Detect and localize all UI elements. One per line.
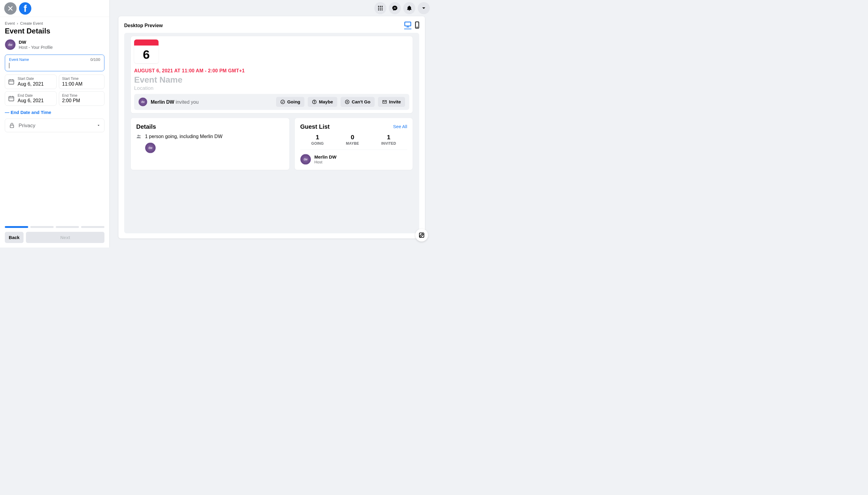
stat-maybe: 0 MAYBE	[346, 134, 359, 146]
invite-suffix: invited you	[174, 99, 198, 105]
host-name: DW	[19, 39, 53, 45]
privacy-select[interactable]: Privacy	[5, 119, 105, 132]
end-date-time-toggle[interactable]: — End Date and Time	[5, 108, 105, 119]
guest-list-title: Guest List	[300, 123, 330, 130]
svg-point-17	[378, 9, 379, 11]
edit-icon	[419, 232, 425, 238]
svg-rect-32	[419, 233, 424, 238]
rsvp-cant-go-button[interactable]: Can't Go	[341, 97, 375, 107]
preview-area: Desktop Preview 6 AUGUST 6, 2021 AT 11:0…	[109, 0, 434, 248]
privacy-label: Privacy	[19, 122, 93, 129]
progress-bar	[5, 226, 105, 228]
x-circle-icon	[345, 100, 350, 104]
calendar-icon	[8, 79, 15, 85]
svg-point-31	[139, 135, 140, 136]
breadcrumb: Event › Create Event	[5, 21, 105, 26]
end-date-label: End Date	[18, 93, 44, 98]
host-subtitle: Host - Your Profile	[19, 45, 53, 50]
mobile-preview-tab[interactable]	[415, 21, 419, 29]
back-button[interactable]: Back	[5, 232, 23, 243]
progress-step-4	[81, 226, 104, 228]
host-row[interactable]: dw DW Host - Your Profile	[5, 39, 105, 50]
guest-list-card: Guest List See All 1 GOING 0 MAYBE	[295, 118, 413, 170]
start-time-value: 11:00 AM	[62, 81, 83, 87]
people-icon	[136, 134, 142, 139]
svg-point-12	[380, 6, 381, 7]
event-hero: 6 AUGUST 6, 2021 AT 11:00 AM - 2:00 PM G…	[131, 36, 413, 113]
page-title: Event Details	[5, 27, 105, 35]
top-nav-icons	[374, 2, 430, 14]
svg-point-13	[382, 6, 383, 7]
svg-point-30	[137, 135, 139, 136]
start-date-picker[interactable]: Start Date Aug 6, 2021	[5, 75, 57, 89]
account-button[interactable]	[418, 2, 430, 14]
end-time-picker[interactable]: End Time 2:00 PM	[59, 91, 105, 106]
svg-point-18	[380, 9, 381, 11]
chevron-right-icon: ›	[17, 21, 18, 25]
event-name-placeholder: Event Name	[134, 75, 409, 85]
details-title: Details	[136, 123, 284, 130]
svg-point-16	[382, 7, 383, 9]
svg-point-26	[314, 102, 315, 103]
guest-role: Host	[314, 160, 336, 165]
end-time-value: 2:00 PM	[62, 98, 80, 104]
preview-title: Desktop Preview	[124, 23, 163, 28]
event-datetime: AUGUST 6, 2021 AT 11:00 AM - 2:00 PM GMT…	[134, 68, 409, 73]
menu-button[interactable]	[374, 2, 386, 14]
calendar-card: 6	[134, 39, 158, 63]
desktop-icon	[404, 21, 411, 28]
messenger-icon	[392, 5, 398, 11]
rsvp-going-button[interactable]: Going	[276, 97, 305, 107]
start-time-picker[interactable]: Start Time 11:00 AM	[59, 75, 105, 89]
mail-icon	[382, 100, 387, 104]
edit-fab[interactable]	[415, 229, 428, 241]
messenger-button[interactable]	[389, 2, 401, 14]
progress-step-3	[56, 226, 79, 228]
attendee-avatar[interactable]: dw	[145, 142, 156, 153]
next-button[interactable]: Next	[26, 232, 105, 243]
inviter-avatar: dw	[138, 97, 147, 106]
svg-point-15	[380, 7, 381, 9]
desktop-preview-tab[interactable]	[404, 21, 411, 29]
panel-header: f	[0, 0, 109, 17]
event-name-count: 0/100	[90, 57, 100, 62]
start-date-label: Start Date	[18, 76, 44, 81]
svg-rect-6	[9, 97, 14, 101]
preview-body: 6 AUGUST 6, 2021 AT 11:00 AM - 2:00 PM G…	[124, 33, 419, 233]
end-date-picker[interactable]: End Date Aug 6, 2021	[5, 91, 57, 106]
svg-point-19	[382, 9, 383, 11]
guest-name: Merlin DW	[314, 154, 336, 159]
facebook-logo[interactable]: f	[19, 2, 31, 15]
host-avatar: dw	[5, 39, 16, 50]
end-date-value: Aug 6, 2021	[18, 98, 44, 104]
svg-rect-20	[405, 22, 411, 26]
guest-avatar: dw	[300, 154, 311, 165]
stat-invited: 1 INVITED	[381, 134, 396, 146]
start-time-label: Start Time	[62, 76, 83, 81]
svg-rect-2	[9, 80, 14, 84]
stat-going: 1 GOING	[311, 134, 324, 146]
notifications-button[interactable]	[403, 2, 415, 14]
question-circle-icon	[312, 100, 317, 104]
caret-down-icon	[97, 124, 100, 127]
calendar-day: 6	[134, 46, 158, 63]
svg-rect-10	[10, 125, 14, 127]
start-date-value: Aug 6, 2021	[18, 81, 44, 87]
breadcrumb-root[interactable]: Event	[5, 21, 15, 25]
breadcrumb-current[interactable]: Create Event	[20, 21, 43, 25]
svg-point-14	[378, 7, 379, 9]
end-time-label: End Time	[62, 93, 80, 98]
guest-row[interactable]: dw Merlin DW Host	[300, 154, 407, 165]
bell-icon	[406, 5, 412, 11]
rsvp-maybe-button[interactable]: Maybe	[308, 97, 337, 107]
event-name-input-wrap[interactable]: Event Name 0/100	[5, 54, 105, 71]
invite-button[interactable]: Invite	[378, 97, 405, 107]
progress-step-1	[5, 226, 28, 228]
preview-card: Desktop Preview 6 AUGUST 6, 2021 AT 11:0…	[119, 16, 425, 238]
panel-footer: Back Next	[0, 222, 109, 248]
see-all-link[interactable]: See All	[393, 124, 407, 129]
close-button[interactable]	[4, 2, 17, 15]
panel-body: Event › Create Event Event Details dw DW…	[0, 17, 109, 222]
caret-down-icon	[421, 5, 427, 11]
event-location-placeholder: Location	[134, 85, 409, 91]
